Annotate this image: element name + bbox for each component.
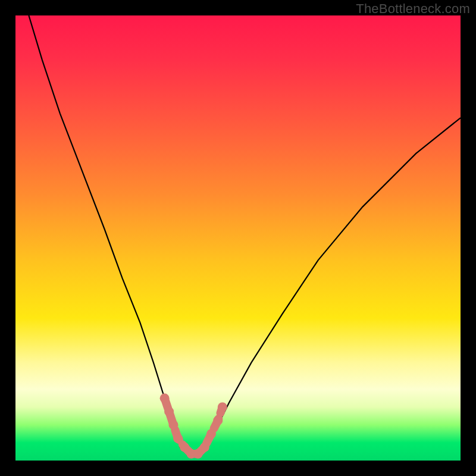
marker-bead <box>160 393 170 403</box>
chart-svg <box>15 15 461 461</box>
marker-bead <box>173 434 183 443</box>
marker-bead <box>164 407 174 416</box>
marker-layer <box>160 393 227 459</box>
bottleneck-curve <box>29 15 461 456</box>
curve-layer <box>29 15 461 456</box>
marker-bead <box>206 429 216 439</box>
plot-area <box>15 15 461 461</box>
marker-bead <box>169 420 178 430</box>
chart-frame: TheBottleneck.com <box>0 0 476 476</box>
watermark-text: TheBottleneck.com <box>356 1 470 17</box>
marker-bead <box>213 416 223 425</box>
marker-bead <box>200 443 209 452</box>
marker-bead <box>218 402 227 412</box>
